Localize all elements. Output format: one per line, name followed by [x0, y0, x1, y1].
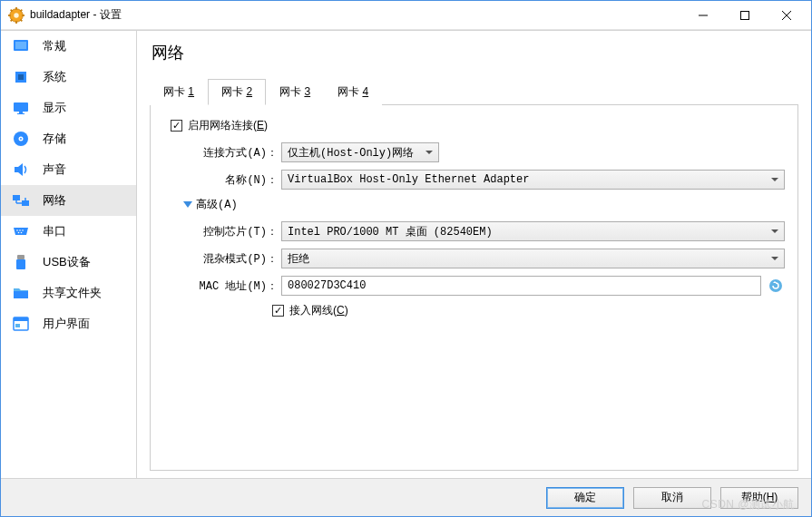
sidebar-item-general[interactable]: 常规	[1, 31, 136, 62]
adapter-tabs: 网卡 1 网卡 2 网卡 3 网卡 4	[150, 78, 798, 105]
svg-point-33	[22, 229, 24, 231]
svg-point-42	[769, 279, 782, 292]
ok-label: 确定	[574, 490, 596, 505]
promiscuous-mode-dropdown[interactable]: 拒绝	[281, 249, 785, 268]
attached-to-label: 连接方式(A)：	[181, 145, 281, 161]
svg-marker-24	[15, 163, 23, 176]
svg-line-6	[11, 9, 13, 11]
advanced-toggle[interactable]: 高级(A)	[163, 197, 785, 212]
tab-adapter-1[interactable]: 网卡 1	[150, 79, 208, 105]
usb-icon	[12, 253, 30, 271]
sidebar-item-shared-folders[interactable]: 共享文件夹	[1, 278, 136, 308]
chevron-down-icon	[183, 201, 192, 208]
chip-icon	[12, 68, 30, 86]
cancel-button[interactable]: 取消	[633, 487, 711, 509]
svg-point-31	[16, 229, 18, 231]
disk-icon	[12, 130, 30, 148]
monitor-icon	[12, 37, 30, 55]
adapter-type-value: Intel PRO/1000 MT 桌面 (82540EM)	[288, 224, 493, 239]
attached-to-dropdown[interactable]: 仅主机(Host-Only)网络	[281, 142, 439, 162]
adapter-name-value: VirtualBox Host-Only Ethernet Adapter	[288, 173, 529, 186]
sidebar-item-label: 存储	[43, 131, 66, 147]
sidebar-item-network[interactable]: 网络	[1, 185, 136, 216]
attached-to-value: 仅主机(Host-Only)网络	[288, 145, 414, 161]
tab-number: 2	[246, 85, 252, 98]
svg-rect-15	[15, 42, 26, 49]
sidebar-item-storage[interactable]: 存储	[1, 123, 136, 154]
refresh-mac-button[interactable]	[767, 277, 785, 295]
promiscuous-mode-value: 拒绝	[288, 251, 309, 267]
svg-rect-40	[14, 317, 28, 321]
tab-label: 网卡	[163, 85, 188, 98]
ok-button[interactable]: 确定	[546, 487, 624, 509]
sidebar-item-usb[interactable]: USB设备	[1, 247, 136, 278]
minimize-button[interactable]	[682, 2, 724, 29]
svg-rect-18	[14, 102, 28, 112]
adapter-settings-body: 启用网络连接(E) 连接方式(A)： 仅主机(Host-Only)网络 名称(N…	[150, 105, 798, 471]
promiscuous-mode-label: 混杂模式(P)：	[181, 251, 281, 267]
serial-port-icon	[12, 222, 30, 240]
sidebar-item-label: 用户界面	[43, 316, 90, 332]
svg-marker-30	[14, 228, 28, 235]
window-title: buildadapter - 设置	[30, 7, 682, 23]
svg-rect-36	[17, 255, 24, 259]
sidebar-item-label: 网络	[43, 192, 66, 209]
tab-number: 4	[362, 85, 368, 98]
cable-connected-checkbox[interactable]	[272, 305, 284, 317]
titlebar: buildadapter - 设置	[1, 1, 811, 30]
svg-rect-20	[17, 113, 24, 114]
svg-rect-11	[741, 11, 749, 19]
close-button[interactable]	[766, 2, 807, 29]
tab-number: 1	[188, 85, 194, 98]
tab-number: 3	[304, 85, 310, 98]
folder-icon	[12, 284, 30, 302]
svg-line-9	[11, 19, 13, 21]
svg-rect-41	[15, 324, 20, 327]
maximize-button[interactable]	[724, 2, 766, 29]
sidebar-item-display[interactable]: 显示	[1, 93, 136, 123]
svg-line-7	[21, 19, 23, 21]
adapter-name-dropdown[interactable]: VirtualBox Host-Only Ethernet Adapter	[281, 170, 785, 190]
tab-adapter-3[interactable]: 网卡 3	[266, 79, 324, 105]
svg-rect-25	[13, 195, 20, 200]
svg-point-34	[18, 232, 20, 234]
sidebar-item-label: 常规	[43, 38, 66, 54]
window-controls	[682, 2, 807, 29]
settings-window: buildadapter - 设置 常规 系统 显示 存储	[0, 0, 812, 517]
page-title: 网络	[150, 42, 798, 63]
tab-adapter-4[interactable]: 网卡 4	[324, 79, 382, 105]
sidebar-item-system[interactable]: 系统	[1, 62, 136, 93]
refresh-icon	[768, 278, 783, 293]
svg-line-8	[21, 9, 23, 11]
sidebar-item-serial[interactable]: 串口	[1, 216, 136, 247]
sidebar-item-audio[interactable]: 声音	[1, 154, 136, 185]
enable-adapter-row: 启用网络连接(E)	[163, 118, 785, 133]
help-button[interactable]: 帮助(H)	[720, 487, 798, 509]
sidebar-item-label: 共享文件夹	[43, 285, 102, 301]
svg-point-23	[20, 138, 22, 140]
sidebar-item-label: 声音	[43, 161, 66, 178]
sidebar-item-label: 系统	[43, 69, 66, 85]
mac-address-label: MAC 地址(M)：	[181, 278, 281, 294]
enable-adapter-label: 启用网络连接(E)	[188, 118, 268, 133]
svg-point-35	[21, 232, 23, 234]
app-gear-icon	[8, 7, 24, 24]
speaker-icon	[12, 161, 30, 179]
sidebar-item-label: 串口	[43, 223, 66, 239]
svg-rect-17	[18, 74, 24, 80]
enable-adapter-checkbox[interactable]	[171, 120, 182, 132]
svg-rect-19	[19, 112, 23, 113]
svg-point-1	[14, 13, 18, 17]
main-panel: 网络 网卡 1 网卡 2 网卡 3 网卡 4 启用网络连接(E) 连接方式(A)…	[137, 31, 811, 478]
tab-label: 网卡	[338, 85, 362, 98]
sidebar-item-label: 显示	[43, 100, 66, 116]
adapter-name-label: 名称(N)：	[181, 172, 281, 188]
tab-adapter-2[interactable]: 网卡 2	[208, 79, 266, 105]
cancel-label: 取消	[661, 490, 683, 505]
sidebar-item-user-interface[interactable]: 用户界面	[1, 308, 136, 339]
network-icon	[12, 191, 30, 210]
adapter-type-dropdown[interactable]: Intel PRO/1000 MT 桌面 (82540EM)	[281, 221, 785, 241]
mac-address-input[interactable]	[281, 276, 761, 296]
tab-label: 网卡	[279, 85, 304, 98]
help-label: 帮助(H)	[741, 490, 778, 505]
